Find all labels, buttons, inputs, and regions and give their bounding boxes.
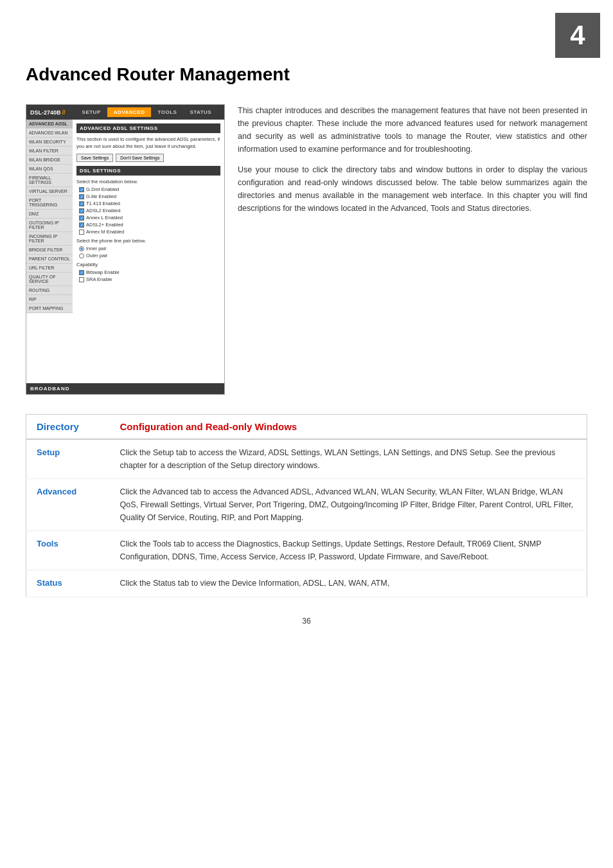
brand-slash: // (62, 109, 66, 116)
brand-name: DSL-2740B (30, 109, 61, 116)
table-row-tools: Tools Click the Tools tab to access the … (26, 531, 587, 570)
dir-setup-label: Setup (26, 439, 110, 479)
checkbox-t1413-input[interactable]: ✓ (79, 201, 84, 206)
capability-label: Capability (76, 262, 220, 267)
checkbox-gdmt: ✓ G.Dmt Enabled (79, 186, 220, 192)
router-section-title: ADVANCED ADSL SETTINGS (76, 123, 220, 133)
dir-tools-desc: Click the Tools tab to access the Diagno… (110, 531, 587, 570)
sidebar-item-wlan-bridge[interactable]: WLAN BRIDGE (26, 156, 73, 165)
dir-status-desc: Click the Status tab to view the Device … (110, 570, 587, 597)
sidebar-item-advanced-wlan[interactable]: ADVANCED WLAN (26, 129, 73, 138)
router-description: This section is used to configure the ad… (76, 136, 220, 150)
save-settings-button[interactable]: Save Settings (76, 154, 113, 162)
checkbox-bitswap-label: Bitswap Enable (86, 269, 120, 275)
checkbox-annexl-input[interactable]: ✓ (79, 215, 84, 221)
table-section: Directory Configuration and Read-only Wi… (0, 401, 613, 610)
sidebar-item-port-triggering[interactable]: PORT TRIGGERING (26, 196, 73, 210)
checkbox-gdmt-label: G.Dmt Enabled (86, 186, 119, 192)
sidebar-item-wlan-filter[interactable]: WLAN FILTER (26, 147, 73, 156)
router-sidebar: ADVANCED ADSL ADVANCED WLAN WLAN SECURIT… (26, 120, 73, 313)
checkbox-adsl2plus-label: ADSL2+ Enabled (86, 222, 123, 228)
checkbox-sra-input[interactable] (79, 277, 84, 282)
checkbox-glite-label: G.lite Enabled (86, 194, 116, 199)
checkbox-glite: ✓ G.lite Enabled (79, 194, 220, 199)
checkbox-bitswap: ✓ Bitswap Enable (79, 269, 220, 275)
table-row-setup: Setup Click the Setup tab to access the … (26, 439, 587, 479)
dir-advanced-label: Advanced (26, 479, 110, 531)
router-nav-bar: DSL-2740B // SETUP ADVANCED TOOLS STATUS (26, 105, 224, 120)
radio-inner-pair-label: Inner pair (86, 246, 107, 251)
sidebar-item-url-filter[interactable]: URL FILTER (26, 264, 73, 273)
checkbox-annexl: ✓ Annex L Enabled (79, 215, 220, 221)
sidebar-item-wlan-security[interactable]: WLAN SECURITY (26, 138, 73, 147)
router-nav-tabs: SETUP ADVANCED TOOLS STATUS (76, 107, 220, 117)
radio-inner-pair-input[interactable] (79, 246, 84, 251)
router-main-area: ADVANCED ADSL SETTINGS This section is u… (73, 120, 224, 377)
modulation-label: Select the modulation below. (76, 179, 220, 185)
sidebar-item-port-mapping[interactable]: PORT MAPPING (26, 304, 73, 313)
dir-status-label: Status (26, 570, 110, 597)
checkbox-adsl2: ✓ ADSL2 Enabled (79, 208, 220, 213)
checkbox-gdmt-input[interactable]: ✓ (79, 187, 84, 192)
tab-status[interactable]: STATUS (183, 107, 218, 117)
checkbox-sra-label: SRA Enable (86, 276, 112, 282)
sidebar-item-outgoing-ip-filter[interactable]: OUTGOING IP FILTER (26, 219, 73, 232)
router-brand: DSL-2740B // (30, 109, 66, 116)
sidebar-item-incoming-ip-filter[interactable]: INCOMING IP FILTER (26, 232, 73, 246)
checkbox-annexm-label: Annex M Enabled (86, 229, 124, 235)
radio-outer-pair: Outer pair (79, 253, 220, 258)
router-body: ADVANCED ADSL ADVANCED WLAN WLAN SECURIT… (26, 120, 224, 377)
router-button-row: Save Settings Don't Save Settings (76, 154, 220, 162)
phone-line-label: Select the phone line pair below. (76, 238, 220, 244)
main-content: DSL-2740B // SETUP ADVANCED TOOLS STATUS… (0, 98, 613, 401)
sidebar-item-qos[interactable]: QUALITY OF SERVICE (26, 273, 73, 286)
checkbox-adsl2plus-input[interactable]: ✓ (79, 222, 84, 228)
checkbox-t1413: ✓ T1.413 Enabled (79, 201, 220, 206)
checkbox-adsl2-label: ADSL2 Enabled (86, 208, 120, 213)
router-footer: BROADBAND (26, 383, 224, 394)
col-header-windows: Configuration and Read-only Windows (110, 415, 587, 440)
side-text: This chapter introduces and describes th… (238, 104, 587, 395)
checkbox-sra: SRA Enable (79, 276, 220, 282)
checkbox-adsl2-input[interactable]: ✓ (79, 208, 84, 213)
dir-tools-label: Tools (26, 531, 110, 570)
dir-setup-desc: Click the Setup tab to access the Wizard… (110, 439, 587, 479)
col-header-directory: Directory (26, 415, 110, 440)
checkbox-annexl-label: Annex L Enabled (86, 215, 123, 221)
checkbox-annexm: Annex M Enabled (79, 229, 220, 235)
dsl-section-title: DSL SETTINGS (76, 166, 220, 176)
checkbox-annexm-input[interactable] (79, 230, 84, 235)
side-paragraph-2: Use your mouse to click the directory ta… (238, 163, 587, 215)
tab-tools[interactable]: TOOLS (151, 107, 183, 117)
dir-advanced-desc: Click the Advanced tab to access the Adv… (110, 479, 587, 531)
page-number: 36 (0, 610, 613, 632)
table-row-advanced: Advanced Click the Advanced tab to acces… (26, 479, 587, 531)
directory-table: Directory Configuration and Read-only Wi… (26, 414, 587, 597)
sidebar-item-advanced-adsl[interactable]: ADVANCED ADSL (26, 120, 73, 129)
checkbox-adsl2plus: ✓ ADSL2+ Enabled (79, 222, 220, 228)
page-title: Advanced Router Management (26, 64, 587, 85)
sidebar-item-bridge-filter[interactable]: BRIDGE FILTER (26, 246, 73, 255)
radio-inner-pair: Inner pair (79, 246, 220, 251)
page-header: Advanced Router Management (0, 0, 613, 98)
dont-save-button[interactable]: Don't Save Settings (116, 154, 164, 162)
checkbox-t1413-label: T1.413 Enabled (86, 201, 120, 206)
sidebar-item-parent-control[interactable]: PARENT CONTROL (26, 255, 73, 264)
sidebar-item-routing[interactable]: ROUTING (26, 286, 73, 295)
sidebar-item-virtual-server[interactable]: VIRTUAL SERVER (26, 187, 73, 196)
sidebar-item-rip[interactable]: RIP (26, 295, 73, 304)
side-paragraph-1: This chapter introduces and describes th… (238, 104, 587, 156)
radio-outer-pair-input[interactable] (79, 253, 84, 258)
tab-setup[interactable]: SETUP (76, 107, 107, 117)
sidebar-item-dmz[interactable]: DMZ (26, 210, 73, 219)
checkbox-bitswap-input[interactable]: ✓ (79, 270, 84, 275)
tab-advanced[interactable]: ADVANCED (107, 107, 152, 117)
table-row-status: Status Click the Status tab to view the … (26, 570, 587, 597)
checkbox-glite-input[interactable]: ✓ (79, 194, 84, 199)
sidebar-item-firewall-settings[interactable]: FIREWALL SETTINGS (26, 174, 73, 187)
radio-outer-pair-label: Outer pair (86, 253, 107, 258)
router-ui-screenshot: DSL-2740B // SETUP ADVANCED TOOLS STATUS… (26, 104, 225, 395)
sidebar-item-wlan-qos[interactable]: WLAN QOS (26, 165, 73, 174)
